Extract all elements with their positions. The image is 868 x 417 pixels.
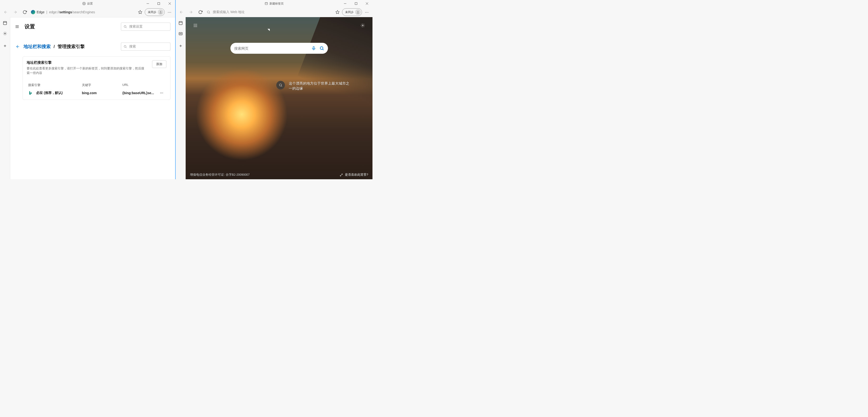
svg-point-21 [180, 34, 180, 34]
ntp-search-input[interactable] [234, 46, 311, 50]
left-sidebar [176, 17, 186, 179]
background-info[interactable]: 这个漂亮的地方位于世界上最大城市之一的边缘 [276, 81, 350, 91]
menu-button[interactable]: ⋯ [362, 10, 372, 14]
window-title: 设置 [87, 2, 93, 6]
footer-license: 增值电信业务经营许可证: 合字B2-20090007 [190, 173, 250, 177]
svg-rect-11 [265, 2, 268, 4]
tab-actions-button[interactable] [1, 20, 8, 27]
edge-ntp-window: 新建标签页 搜索或输入 Web 地址 未同步 ⋯ ◥ [176, 0, 372, 179]
address-path-rest: /searchEngines [72, 10, 95, 14]
search-icon [124, 25, 127, 28]
svg-point-32 [196, 26, 197, 27]
nav-forward-button[interactable] [186, 7, 196, 17]
svg-rect-34 [313, 46, 314, 49]
settings-search-placeholder: 搜索设置 [129, 25, 143, 29]
breadcrumb-current: 管理搜索引擎 [58, 43, 85, 50]
bing-icon [28, 91, 33, 95]
svg-point-36 [279, 84, 281, 86]
window-title: 新建标签页 [270, 2, 284, 6]
sidebar-settings-button[interactable] [1, 30, 8, 37]
titlebar: 设置 [0, 0, 175, 7]
nav-back-button[interactable] [177, 7, 186, 17]
address-bar[interactable]: 搜索或输入 Web 地址 [205, 8, 333, 16]
svg-point-18 [358, 11, 359, 12]
svg-rect-2 [158, 3, 160, 5]
sync-label: 未同步 [345, 10, 354, 14]
card-title: 地址栏搜索引擎 [27, 60, 166, 65]
settings-search-input[interactable]: 搜索设置 [121, 23, 170, 31]
page-search-input[interactable]: 搜索 [121, 42, 170, 50]
svg-point-30 [194, 26, 194, 27]
svg-point-33 [362, 25, 364, 26]
page-title: 设置 [25, 23, 35, 30]
page-settings-button[interactable] [359, 22, 367, 30]
nav-back-button[interactable] [1, 7, 10, 17]
svg-point-0 [84, 3, 85, 4]
profile-sync-button[interactable]: 未同步 [342, 8, 362, 16]
svg-rect-7 [3, 22, 7, 25]
left-sidebar [0, 17, 10, 179]
favorites-button[interactable] [136, 10, 145, 14]
hamburger-button[interactable] [15, 25, 19, 29]
search-engines-card: 添加 地址栏搜索引擎 要在此处查看更多搜索引擎，请打开一个新的标签页，转到要添加… [23, 56, 170, 100]
sidebar-collections-button[interactable] [177, 30, 184, 37]
svg-marker-17 [336, 10, 339, 14]
row-menu-button[interactable]: ⋯ [158, 91, 165, 95]
tab-actions-button[interactable] [177, 20, 184, 27]
svg-point-24 [194, 24, 194, 25]
engine-keyword: bing.com [82, 91, 122, 95]
breadcrumb-back-button[interactable] [15, 44, 21, 49]
favorites-button[interactable] [333, 10, 342, 14]
svg-point-28 [195, 25, 196, 26]
background-feedback-label: 是否喜欢此背景? [345, 173, 368, 177]
svg-point-35 [320, 46, 323, 49]
maximize-button[interactable] [350, 0, 362, 7]
ntp-search-box[interactable] [230, 43, 328, 54]
svg-point-29 [196, 25, 197, 26]
settings-page: 设置 搜索设置 地址栏和搜索 / 管理搜索引擎 搜索 添加 地址栏搜索引擎 [10, 17, 175, 179]
menu-button[interactable]: ⋯ [165, 10, 174, 14]
toolbar: Edge | edge://settings/searchEngines 未同步… [0, 7, 175, 17]
address-path-bold: settings [59, 10, 72, 14]
profile-sync-button[interactable]: 未同步 [145, 8, 165, 16]
minimize-button[interactable] [340, 0, 350, 7]
search-button[interactable] [319, 46, 324, 50]
search-icon [276, 81, 285, 90]
svg-rect-13 [355, 3, 357, 5]
address-bar[interactable]: Edge | edge://settings/searchEngines [30, 8, 136, 16]
engine-name: 必应 (推荐，默认) [36, 91, 63, 95]
reload-button[interactable] [20, 7, 30, 17]
breadcrumb-link[interactable]: 地址栏和搜索 [24, 43, 51, 50]
reload-button[interactable] [196, 7, 205, 17]
voice-search-button[interactable] [311, 46, 316, 50]
table-header: 搜索引擎 关键字 URL [27, 82, 166, 88]
breadcrumb-separator: / [54, 44, 55, 49]
add-tab-button[interactable] [1, 42, 8, 49]
svg-point-26 [196, 24, 197, 25]
ntp-content: ◥ 这个漂亮的地方位于世界上最大城市之一的边缘 增值电信业务经营许可证: 合字B… [186, 17, 372, 179]
svg-point-8 [4, 33, 6, 34]
app-launcher-button[interactable] [191, 22, 199, 30]
card-subtitle: 要在此处查看更多搜索引擎，请打开一个新的标签页，转到要添加的搜索引擎，然后搜索一… [27, 66, 146, 75]
add-tab-button[interactable] [177, 42, 184, 49]
close-button[interactable] [362, 0, 372, 7]
address-prefix: edge:// [49, 10, 59, 14]
svg-marker-5 [138, 10, 142, 14]
page-search-placeholder: 搜索 [129, 44, 136, 49]
toolbar: 搜索或输入 Web 地址 未同步 ⋯ [176, 7, 372, 17]
nav-forward-button[interactable] [10, 7, 20, 17]
background-caption: 这个漂亮的地方位于世界上最大城市之一的边缘 [289, 81, 350, 91]
avatar-icon [158, 9, 163, 15]
minimize-button[interactable] [142, 0, 153, 7]
close-button[interactable] [164, 0, 175, 7]
svg-point-25 [195, 24, 196, 25]
sync-label: 未同步 [148, 10, 156, 14]
table-row: 必应 (推荐，默认) bing.com {bing:baseURL}se... … [27, 88, 166, 98]
add-search-engine-button[interactable]: 添加 [152, 60, 166, 68]
maximize-button[interactable] [153, 0, 164, 7]
expand-icon [340, 173, 343, 177]
tab-icon [265, 2, 268, 5]
svg-point-31 [195, 26, 196, 27]
background-feedback[interactable]: 是否喜欢此背景? [340, 173, 368, 177]
titlebar: 新建标签页 [176, 0, 372, 7]
